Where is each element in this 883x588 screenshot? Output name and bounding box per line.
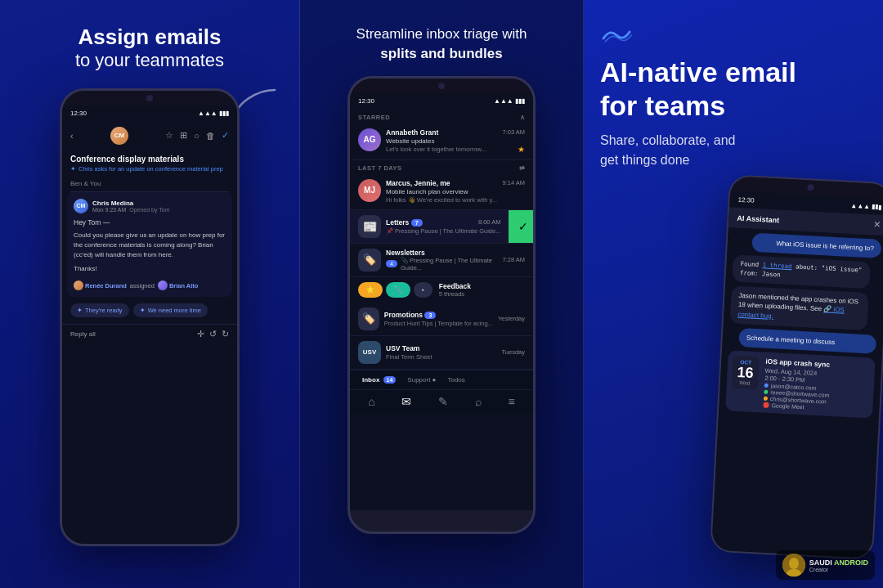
- panel-splits-bundles: Streamline inbox triage with splits and …: [300, 0, 584, 588]
- ai-star-icon: ✦: [70, 165, 76, 173]
- reply-action-icons: ✛ ↺ ↻: [197, 329, 229, 339]
- participants-label: Ben & You: [62, 177, 237, 191]
- assign-line: Renée Durand assigned Brian Alto: [74, 281, 226, 290]
- bundle-newsletters[interactable]: 🏷️ Newsletters 4 📎 Pressing Pause | The …: [350, 244, 533, 277]
- clock-icon[interactable]: ○: [194, 131, 199, 141]
- split-icon[interactable]: ⇄: [519, 164, 526, 172]
- watermark-text: SAUDI ANDROID Creator: [809, 559, 868, 572]
- svg-point-2: [789, 558, 799, 569]
- marcus-name: Marcus, Jennie, me: [386, 179, 450, 187]
- annabeth-name: Annabeth Grant: [386, 128, 438, 137]
- watermark-avatar: [782, 554, 805, 577]
- inbox-tab[interactable]: Inbox 14: [356, 374, 401, 386]
- status-bar-2: 12:30 ▲▲▲ ▮▮▮: [350, 93, 533, 110]
- feedback-bundle-row[interactable]: ⭐ 📎 ▪ Feedback 5 threads: [350, 277, 533, 303]
- email-body-card: CM Chris Medina Mon 9:23 AM Opened by To…: [67, 192, 232, 298]
- watermark-sub: Creator: [809, 567, 868, 572]
- label-icon[interactable]: ⊞: [180, 130, 187, 141]
- phone-notch-1: [62, 91, 237, 105]
- email-sender-avatar: CM: [74, 199, 88, 213]
- reply-all-label[interactable]: Reply all: [70, 330, 96, 338]
- inbox-nav-icon[interactable]: ✉: [401, 395, 411, 408]
- event-details: iOS app crash sync Wed, Aug 14, 20242:00…: [763, 357, 870, 413]
- ai-summary-tag: ✦ Chris asks for an update on conference…: [70, 165, 229, 173]
- panel-ai-native: AI-native emailfor teams Share, collabor…: [584, 0, 883, 588]
- todos-tab[interactable]: Todos: [441, 374, 470, 386]
- phone1-email-screen: ‹ CM ☆ ⊞ ○ 🗑 ✓ Conference display materi…: [62, 122, 237, 546]
- action-buttons: ✦ They're ready ✦ We need more time: [62, 297, 237, 324]
- phone-mockup-1: 12:30 ▲▲▲ ▮▮▮ ‹ CM ☆ ⊞ ○ 🗑 ✓ Conference …: [60, 88, 240, 546]
- more-time-button[interactable]: ✦ We need more time: [133, 303, 208, 317]
- panel1-heading-normal: to your teammates: [75, 50, 224, 71]
- panel3-phone-area: 12:30 ▲▲▲ ▮▮▮ AI Assistant ✕ What iOS is…: [600, 178, 867, 563]
- promotions-info: Promotions 3 Product Hunt Tips | Templat…: [384, 311, 493, 327]
- marcus-avatar: MJ: [358, 179, 381, 202]
- last7days-label: LAST 7 DAYS ⇄: [350, 160, 533, 173]
- usv-icon: USV: [358, 341, 381, 364]
- ai-title: AI Assistant: [737, 213, 779, 224]
- check-icon[interactable]: ✓: [222, 130, 229, 141]
- calendar-event-card: Oct 16 Wed iOS app crash sync Wed, Aug 1…: [725, 350, 876, 418]
- status-bar-1: 12:30 ▲▲▲ ▮▮▮: [62, 105, 237, 122]
- ai-icon-btn2: ✦: [140, 307, 146, 314]
- phone-mockup-3: 12:30 ▲▲▲ ▮▮▮ AI Assistant ✕ What iOS is…: [710, 174, 883, 560]
- reply-bar: Reply all ✛ ↺ ↻: [62, 324, 237, 343]
- date-box: Oct 16 Wed: [732, 355, 760, 389]
- schedule-meeting-button[interactable]: Schedule a meeting to discuss: [738, 327, 876, 353]
- redo-icon[interactable]: ↻: [222, 329, 229, 339]
- user-chat-bubble: What iOS issue is he referring to?: [751, 232, 881, 258]
- phone3-ai-screen: AI Assistant ✕ What iOS issue is he refe…: [711, 207, 883, 559]
- email-meta: Chris Medina Mon 9:23 AM Opened by Tom: [92, 200, 226, 213]
- feedback-name: Feedback: [439, 282, 525, 290]
- search-nav-icon[interactable]: ⌕: [475, 395, 482, 408]
- assignee-name: Brian Alto: [169, 282, 199, 290]
- trash-icon[interactable]: 🗑: [206, 131, 215, 141]
- ios-bug-link[interactable]: 🔗 iOS contact bug.: [737, 305, 845, 319]
- watermark: SAUDI ANDROID Creator: [776, 550, 875, 580]
- watermark-brand: SAUDI ANDROID: [809, 559, 868, 567]
- support-tab[interactable]: Support ●: [401, 374, 441, 386]
- thread-link[interactable]: 1 thread: [762, 261, 792, 270]
- plus-icon[interactable]: ✛: [197, 329, 204, 339]
- collapse-icon[interactable]: ∧: [520, 114, 526, 121]
- compose-nav-icon[interactable]: ✎: [438, 395, 448, 408]
- panel3-heading: AI-native emailfor teams Share, collabor…: [600, 56, 867, 170]
- newsletters-info: Newsletters 4 📎 Pressing Pause | The Ult…: [386, 249, 497, 272]
- feedback-star-chip[interactable]: ⭐: [358, 282, 383, 298]
- swipe-row-letters[interactable]: 📰 Letters 7 8:00 AM 📌 Pressing Pause | T…: [350, 210, 533, 244]
- email-row-annabeth[interactable]: AG Annabeth Grant 7:03 AM Website update…: [350, 123, 533, 160]
- check-swipe-action[interactable]: ✓: [509, 210, 533, 243]
- usv-info: USV Team Final Term Sheet: [386, 344, 497, 361]
- annabeth-content: Annabeth Grant 7:03 AM Website updates L…: [386, 128, 525, 154]
- close-ai-icon[interactable]: ✕: [873, 219, 881, 230]
- sender-avatar: CM: [110, 127, 128, 145]
- feedback-clip-chip[interactable]: 📎: [386, 282, 410, 298]
- phone2-inbox-screen: STARRED ∧ AG Annabeth Grant 7:03 AM Webs…: [350, 110, 533, 510]
- email-subject-area: Conference display materials ✦ Chris ask…: [62, 150, 237, 177]
- feedback-dot-chip[interactable]: ▪: [414, 282, 433, 298]
- back-icon[interactable]: ‹: [70, 131, 74, 141]
- star-filled-icon: ★: [518, 145, 525, 154]
- more-nav-icon[interactable]: ≡: [508, 395, 514, 408]
- star-icon[interactable]: ☆: [165, 130, 173, 141]
- panel2-heading-bold: splits and bundles: [380, 46, 502, 61]
- body-text: Could you please give us an update on ho…: [74, 231, 226, 260]
- phone-mockup-2: 12:30 ▲▲▲ ▮▮▮ STARRED ∧ AG Annabeth Gran…: [347, 76, 536, 534]
- marcus-preview: Hi folks 👋 We're excited to work with y.…: [386, 196, 525, 204]
- panel1-heading-bold: Assign emails: [78, 25, 222, 49]
- starred-label: STARRED ∧: [350, 110, 533, 123]
- greeting-text: Hey Tom —: [74, 218, 226, 228]
- marcus-time: 9:14 AM: [502, 179, 525, 186]
- ai-icon-btn: ✦: [77, 307, 83, 314]
- phone-notch-2: [350, 79, 533, 93]
- letters-email: 📰 Letters 7 8:00 AM 📌 Pressing Pause | T…: [350, 210, 509, 243]
- annabeth-subject: Website updates: [386, 137, 525, 145]
- email-row-marcus[interactable]: MJ Marcus, Jennie, me 9:14 AM Mobile lau…: [350, 173, 533, 210]
- home-nav-icon[interactable]: ⌂: [368, 395, 374, 408]
- annabeth-preview: Let's look over it together tomorrow...: [386, 146, 486, 153]
- bundle-usv-team[interactable]: USV USV Team Final Term Sheet Tuesday: [350, 336, 533, 370]
- panel3-subtitle: Share, collaborate, andget things done: [600, 131, 867, 170]
- ready-button[interactable]: ✦ They're ready: [70, 303, 129, 317]
- bundle-promotions[interactable]: 🏷️ Promotions 3 Product Hunt Tips | Temp…: [350, 303, 533, 336]
- undo-icon[interactable]: ↺: [209, 329, 217, 339]
